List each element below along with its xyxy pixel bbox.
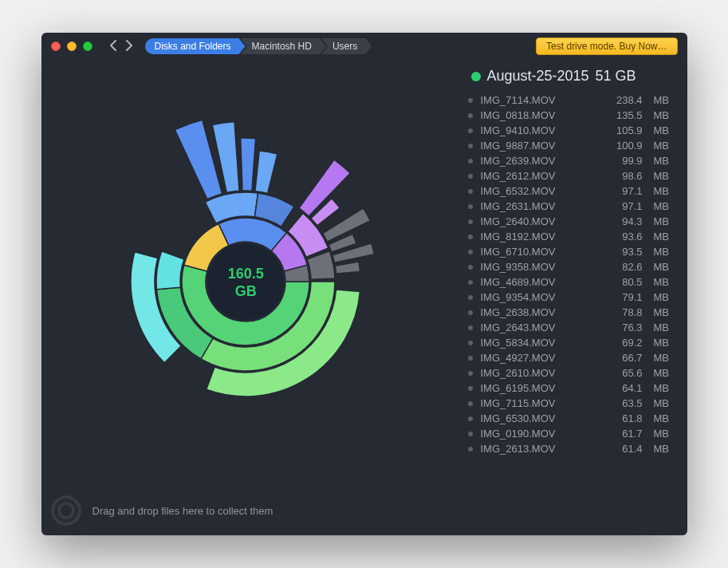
bar-gray-4[interactable]: [336, 262, 360, 274]
file-unit: MB: [654, 352, 675, 364]
sunburst-chart[interactable]: 160.5 GB: [78, 114, 413, 452]
file-unit: MB: [654, 443, 675, 455]
file-dot-icon: [468, 356, 473, 361]
file-row[interactable]: IMG_8192.MOV93.6MB: [468, 229, 675, 244]
file-row[interactable]: IMG_6195.MOV64.1MB: [468, 381, 675, 396]
file-size: 100.9: [609, 140, 643, 152]
file-size: 135.5: [609, 109, 643, 121]
drop-zone[interactable]: Drag and drop files here to collect them: [51, 495, 273, 526]
file-row[interactable]: IMG_6710.MOV93.5MB: [468, 244, 675, 259]
file-row[interactable]: IMG_9358.MOV82.6MB: [468, 259, 675, 274]
file-row[interactable]: IMG_6530.MOV61.8MB: [468, 411, 675, 426]
file-size: 97.1: [609, 185, 643, 197]
file-unit: MB: [654, 231, 675, 243]
forward-button[interactable]: [124, 40, 134, 53]
file-row[interactable]: IMG_0190.MOV61.7MB: [468, 426, 675, 441]
file-dot-icon: [468, 250, 473, 254]
titlebar: Disks and FoldersMacintosh HDUsers Test …: [41, 33, 687, 60]
file-dot-icon: [468, 235, 473, 239]
file-row[interactable]: IMG_6532.MOV97.1MB: [468, 183, 675, 199]
file-size: 61.8: [609, 412, 643, 424]
file-row[interactable]: IMG_0818.MOV135.5MB: [468, 108, 675, 123]
file-row[interactable]: IMG_2639.MOV99.9MB: [468, 153, 675, 168]
file-row[interactable]: IMG_2631.MOV97.1MB: [468, 199, 675, 214]
file-dot-icon: [468, 432, 473, 436]
file-unit: MB: [654, 412, 675, 424]
breadcrumb-item[interactable]: Disks and Folders: [145, 38, 246, 54]
file-dot-icon: [468, 159, 473, 164]
file-row[interactable]: IMG_9887.MOV100.9MB: [468, 138, 675, 153]
file-unit: MB: [654, 246, 675, 258]
file-row[interactable]: IMG_2640.MOV94.3MB: [468, 214, 675, 229]
file-name: IMG_9410.MOV: [481, 124, 601, 136]
file-row[interactable]: IMG_2612.MOV98.6MB: [468, 168, 675, 183]
file-unit: MB: [654, 261, 675, 273]
file-unit: MB: [654, 321, 675, 333]
file-row[interactable]: IMG_7115.MOV63.5MB: [468, 396, 675, 411]
file-row[interactable]: IMG_5834.MOV69.2MB: [468, 335, 675, 350]
file-size: 63.5: [609, 397, 643, 409]
file-unit: MB: [654, 94, 675, 106]
segment-cyan-l2[interactable]: [156, 251, 184, 290]
bar-blue-3[interactable]: [241, 138, 256, 191]
file-row[interactable]: IMG_9410.MOV105.9MB: [468, 123, 675, 138]
file-name: IMG_2640.MOV: [481, 215, 601, 227]
file-dot-icon: [468, 280, 473, 285]
folder-name: August-25-2015: [487, 68, 589, 85]
back-button[interactable]: [108, 40, 119, 53]
file-name: IMG_6532.MOV: [481, 185, 601, 197]
file-dot-icon: [468, 128, 473, 133]
file-dot-icon: [468, 265, 473, 270]
file-dot-icon: [468, 204, 473, 209]
file-size: 66.7: [609, 352, 643, 364]
file-name: IMG_2639.MOV: [481, 155, 601, 167]
maximize-window-button[interactable]: [83, 41, 92, 51]
nav-buttons: [108, 40, 134, 53]
file-unit: MB: [654, 185, 675, 197]
file-name: IMG_8192.MOV: [481, 231, 601, 243]
file-dot-icon: [468, 189, 473, 194]
file-size: 76.3: [609, 321, 643, 333]
file-row[interactable]: IMG_2610.MOV65.6MB: [468, 365, 675, 381]
file-row[interactable]: IMG_4689.MOV80.5MB: [468, 274, 675, 290]
file-row[interactable]: IMG_7114.MOV238.4MB: [468, 93, 675, 108]
file-dot-icon: [468, 386, 473, 391]
file-name: IMG_0190.MOV: [481, 428, 601, 440]
file-name: IMG_2643.MOV: [481, 321, 601, 333]
content: 160.5 GB Drag and drop files here to col…: [41, 60, 687, 535]
file-dot-icon: [468, 174, 473, 179]
file-list: IMG_7114.MOV238.4MBIMG_0818.MOV135.5MBIM…: [468, 93, 675, 535]
file-dot-icon: [468, 310, 473, 315]
file-size: 82.6: [609, 261, 643, 273]
center-disk[interactable]: [207, 243, 284, 320]
breadcrumb-item[interactable]: Macintosh HD: [241, 38, 326, 54]
file-row[interactable]: IMG_4927.MOV66.7MB: [468, 350, 675, 365]
file-name: IMG_2613.MOV: [481, 443, 601, 455]
bar-blue-4[interactable]: [255, 151, 277, 193]
file-size: 93.6: [609, 231, 643, 243]
buy-now-button[interactable]: Test drive mode. Buy Now…: [536, 37, 677, 55]
file-name: IMG_0818.MOV: [481, 109, 601, 121]
minimize-window-button[interactable]: [67, 41, 77, 51]
folder-header[interactable]: August-25-2015 51 GB: [468, 68, 675, 85]
file-size: 94.3: [609, 215, 643, 227]
file-unit: MB: [654, 109, 675, 121]
file-size: 97.1: [609, 200, 643, 212]
file-size: 99.9: [609, 155, 643, 167]
file-name: IMG_5834.MOV: [481, 337, 601, 349]
file-row[interactable]: IMG_9354.MOV79.1MB: [468, 290, 675, 305]
breadcrumb-item[interactable]: Users: [321, 38, 372, 54]
file-row[interactable]: IMG_2638.MOV78.8MB: [468, 305, 675, 320]
file-row[interactable]: IMG_2643.MOV76.3MB: [468, 320, 675, 335]
file-unit: MB: [654, 124, 675, 136]
file-unit: MB: [654, 337, 675, 349]
file-size: 98.6: [609, 170, 643, 182]
breadcrumbs: Disks and FoldersMacintosh HDUsers: [145, 38, 372, 54]
file-name: IMG_4689.MOV: [481, 276, 601, 288]
file-row[interactable]: IMG_2613.MOV61.4MB: [468, 441, 675, 456]
file-unit: MB: [654, 397, 675, 409]
file-name: IMG_4927.MOV: [481, 352, 601, 364]
close-window-button[interactable]: [51, 41, 61, 51]
file-name: IMG_2610.MOV: [481, 367, 601, 379]
file-name: IMG_6530.MOV: [481, 412, 601, 424]
